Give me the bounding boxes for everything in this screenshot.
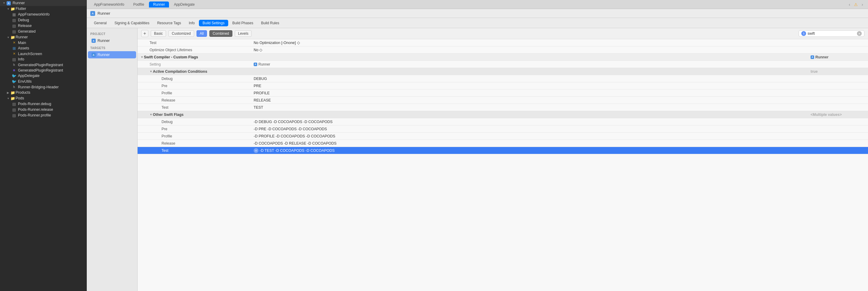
- table-row[interactable]: Test No Optimization [-Onone] ◇: [137, 39, 868, 47]
- folder-icon-pods: 📁: [10, 96, 16, 100]
- add-value-icon[interactable]: +: [254, 148, 258, 153]
- project-sidebar-runner-project[interactable]: A Runner: [88, 37, 136, 44]
- runner-col-header: A Runner: [251, 61, 311, 67]
- tab-info[interactable]: Info: [185, 20, 198, 26]
- value-pre-other: -D PRE -D COCOAPODS -D COCOAPODS: [251, 126, 868, 132]
- tab-podfile[interactable]: Podfile: [129, 1, 148, 7]
- swift-icon-appdelegate: 🐦: [11, 74, 17, 78]
- target-runner[interactable]: A Runner: [88, 51, 136, 58]
- section-header-swift-compiler[interactable]: ▾ Swift Compiler - Custom Flags A Runner: [137, 54, 868, 61]
- subsection-header-active-compilation[interactable]: ▾ Active Compilation Conditions true: [137, 68, 868, 75]
- tab-build-rules[interactable]: Build Rules: [257, 20, 283, 26]
- table-row-pre-active[interactable]: Pre PRE: [137, 82, 868, 89]
- col-setting: Optimize Object Lifetimes: [137, 47, 251, 53]
- sidebar-item-pods-debug[interactable]: ▤ Pods-Runner.debug: [0, 101, 87, 107]
- tab-appdelegate[interactable]: AppDelegate: [169, 1, 198, 7]
- table-row-release-active[interactable]: Release RELEASE: [137, 97, 868, 104]
- sidebar-item-release[interactable]: ▤ Release: [0, 23, 87, 29]
- sidebar-item-gpr-m[interactable]: m GeneratedPluginRegistrant: [0, 68, 87, 73]
- runner-icon-header: A: [811, 55, 814, 59]
- table-row-test-active[interactable]: Test TEST: [137, 104, 868, 111]
- tab-resource-tags[interactable]: Resource Tags: [153, 20, 185, 26]
- setting-release-active: Release: [137, 97, 251, 103]
- folder-icon-runner: 📁: [10, 35, 16, 39]
- tab-runner[interactable]: Runner: [149, 1, 169, 7]
- sidebar-item-pods[interactable]: ▾ 📁 Pods: [0, 95, 87, 101]
- swift-icon-envutils: 🐦: [11, 79, 17, 84]
- toggle-active-compilation[interactable]: ▾: [149, 70, 153, 73]
- sidebar-item-debug[interactable]: ▤ Debug: [0, 17, 87, 23]
- value-release-other: -D COCOAPODS -D RELEASE -D COCOAPODS: [251, 140, 868, 146]
- setting-release-other: Release: [137, 140, 251, 146]
- sidebar-item-main[interactable]: ✕ Main: [0, 40, 87, 46]
- sidebar-label-assets: Assets: [18, 46, 87, 50]
- disclosure-arrow[interactable]: ▾: [2, 1, 6, 4]
- sidebar-label-debug: Debug: [18, 18, 87, 22]
- basic-filter-button[interactable]: Basic: [151, 30, 166, 37]
- customized-filter-button[interactable]: Customized: [168, 30, 194, 37]
- table-row-pre-other[interactable]: Pre -D PRE -D COCOAPODS -D COCOAPODS: [137, 125, 868, 133]
- sidebar-item-envutils[interactable]: 🐦 EnvUtils: [0, 79, 87, 84]
- project-title-bar: A Runner: [87, 9, 868, 18]
- setting-debug-active: Debug: [137, 76, 251, 82]
- tab-appframeworkinfo[interactable]: AppFrameworkInfo: [90, 1, 128, 7]
- tab-general[interactable]: General: [90, 20, 111, 26]
- disclosure-arrow-runner[interactable]: ▾: [6, 36, 10, 39]
- value-profile-active: PROFILE: [251, 90, 868, 96]
- toggle-other-swift-flags[interactable]: ▾: [149, 113, 153, 116]
- levels-filter-button[interactable]: Levels: [235, 30, 252, 37]
- nav-back-button[interactable]: ‹: [847, 2, 852, 7]
- target-runner-icon: A: [92, 53, 96, 57]
- tab-build-phases[interactable]: Build Phases: [229, 20, 257, 26]
- table-row-release-other[interactable]: Release -D COCOAPODS -D RELEASE -D COCOA…: [137, 140, 868, 147]
- sidebar-item-bridging[interactable]: h Runner-Bridging-Header: [0, 84, 87, 90]
- warning-icon: ⚠: [854, 2, 858, 7]
- subsection-header-other-swift-flags[interactable]: ▾ Other Swift Flags <Multiple values>: [137, 111, 868, 118]
- sidebar-item-assets[interactable]: ⊞ Assets: [0, 46, 87, 51]
- sidebar-label-pods-debug: Pods-Runner.debug: [18, 102, 87, 106]
- table-row-debug-other[interactable]: Debug -D DEBUG -D COCOAPODS -D COCOAPODS: [137, 118, 868, 125]
- table-row-profile-active[interactable]: Profile PROFILE: [137, 89, 868, 97]
- tab-build-settings[interactable]: Build Settings: [199, 20, 228, 26]
- table-row-profile-other[interactable]: Profile -D PROFILE -D COCOAPODS -D COCOA…: [137, 133, 868, 140]
- sidebar-item-pods-profile[interactable]: ▤ Pods-Runner.profile: [0, 113, 87, 118]
- col-value: No ◇: [251, 47, 868, 53]
- sidebar-item-appdelegate[interactable]: 🐦 AppDelegate: [0, 73, 87, 79]
- plist-icon-info: ▤: [11, 57, 17, 62]
- add-setting-button[interactable]: +: [141, 30, 148, 37]
- sidebar-item-runner-root[interactable]: ▾ A Runner: [0, 0, 87, 6]
- table-row-test-other[interactable]: Test + -D TEST -D COCOAPODS -D COCOAPODS: [137, 147, 868, 154]
- target-runner-label: Runner: [97, 53, 110, 57]
- search-clear-button[interactable]: ✕: [857, 31, 862, 36]
- tab-signing[interactable]: Signing & Capabilities: [111, 20, 153, 26]
- sidebar-item-info[interactable]: ▤ Info: [0, 57, 87, 62]
- file-navigator: ▾ A Runner ▾ 📁 Flutter ▦ AppFrameworkInf…: [0, 0, 87, 291]
- project-runner-icon: A: [92, 39, 96, 43]
- sidebar-item-pods-release[interactable]: ▤ Pods-Runner.release: [0, 107, 87, 113]
- sidebar-item-flutter[interactable]: ▾ 📁 Flutter: [0, 6, 87, 12]
- disclosure-arrow-flutter[interactable]: ▾: [6, 7, 10, 10]
- multiple-values-label-other: <Multiple values>: [811, 113, 842, 117]
- plist-icon-pods-release: ▤: [11, 108, 17, 112]
- sidebar-item-launchscreen[interactable]: ✕ LaunchScreen: [0, 51, 87, 57]
- disclosure-arrow-pods[interactable]: ▾: [6, 97, 10, 100]
- sidebar-item-generated[interactable]: ▤ Generated: [0, 29, 87, 34]
- table-row[interactable]: Optimize Object Lifetimes No ◇: [137, 47, 868, 54]
- sidebar-item-products[interactable]: ▶ 📁 Products: [0, 90, 87, 95]
- search-input[interactable]: [808, 31, 856, 36]
- all-filter-button[interactable]: All: [196, 30, 207, 37]
- sidebar-item-appframeworkinfo[interactable]: ▦ AppFrameworkInfo: [0, 12, 87, 17]
- project-icon: A: [90, 11, 95, 16]
- nav-forward-button[interactable]: ›: [860, 2, 865, 7]
- xmark-icon-main: ✕: [11, 41, 17, 45]
- disclosure-arrow-products[interactable]: ▶: [6, 91, 10, 94]
- sidebar-item-runner-folder[interactable]: ▾ 📁 Runner: [0, 34, 87, 40]
- sidebar-label-gpr-h: GeneratedPluginRegistrant: [18, 63, 87, 67]
- col-setting: Test: [137, 40, 251, 46]
- sidebar-item-gpr-h[interactable]: h GeneratedPluginRegistrant: [0, 62, 87, 68]
- table-row-debug-active[interactable]: Debug DEBUG: [137, 75, 868, 82]
- combined-filter-button[interactable]: Combined: [209, 30, 232, 37]
- h-icon-gpr: h: [11, 63, 17, 67]
- plist-icon-debug: ▤: [11, 18, 17, 23]
- section-toggle-swift[interactable]: ▾: [140, 55, 144, 59]
